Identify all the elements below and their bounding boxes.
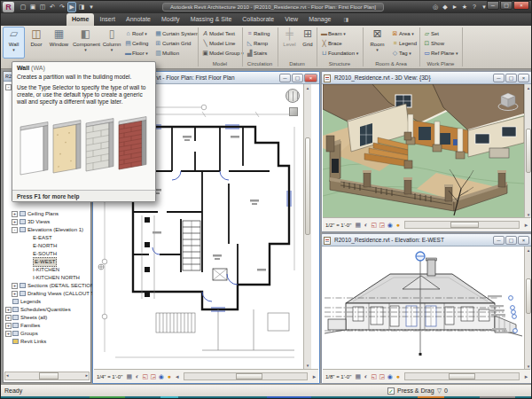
communication-icon[interactable]: ► xyxy=(450,2,459,12)
grid-button[interactable]: ⊞ Grid xyxy=(300,27,316,59)
railing-button[interactable]: ≡Railing xyxy=(246,28,270,38)
curtain-grid-button[interactable]: ⊞Curtain Grid xyxy=(154,38,191,48)
tab-insert[interactable]: Insert xyxy=(94,13,121,26)
panel-label-structure[interactable]: Structure xyxy=(317,59,363,68)
scroll-thumb[interactable] xyxy=(526,278,531,314)
room-button[interactable]: ⊠ Room ▾ xyxy=(366,27,388,59)
scroll-right-icon[interactable]: ▸ xyxy=(85,372,88,378)
ref-plane-button[interactable]: ▭Ref Plane ▾ xyxy=(423,48,458,58)
area-button[interactable]: ⊠Area ▾ xyxy=(391,28,414,38)
graphics-style-icon[interactable]: ▦ xyxy=(354,222,362,229)
qat-dropdown-icon[interactable]: ▾ xyxy=(87,2,96,12)
tab-annotate[interactable]: Annotate xyxy=(121,13,156,26)
tree-item-schedules[interactable]: +Schedules/Quantities xyxy=(4,306,90,314)
open-icon[interactable]: ▣ xyxy=(28,2,37,12)
crop-region-icon[interactable]: ◲ xyxy=(149,373,157,380)
navigation-cube-icon[interactable] xyxy=(289,107,298,116)
shadows-icon[interactable]: ◐ xyxy=(362,222,370,228)
scroll-right-icon[interactable]: ▸ xyxy=(522,222,530,229)
press-drag-checkbox[interactable]: ✓ xyxy=(387,387,395,395)
crop-view-icon[interactable]: ◱ xyxy=(370,222,378,229)
scroll-up-icon[interactable]: ▴ xyxy=(525,84,532,91)
mullion-button[interactable]: ▥Mullion xyxy=(154,48,179,58)
scroll-thumb[interactable] xyxy=(236,373,262,379)
elevation-vertical-scrollbar[interactable]: ▴ ▾ xyxy=(524,246,532,370)
scroll-thumb[interactable] xyxy=(305,137,310,235)
crop-region-icon[interactable]: ◲ xyxy=(378,222,386,229)
temporary-hide-icon[interactable]: ◉ xyxy=(386,222,394,229)
curtain-system-button[interactable]: ▦Curtain System xyxy=(154,28,199,38)
level-button[interactable]: ╪ Level xyxy=(281,27,298,59)
column-button[interactable]: ▯ Column ▾ xyxy=(101,27,122,59)
tag-button[interactable]: ◇Tag ▾ xyxy=(391,48,411,58)
floor-plan-vertical-scrollbar[interactable]: ▴ ▾ xyxy=(303,84,311,369)
child-restore-button[interactable]: ▢ xyxy=(292,74,303,82)
set-button[interactable]: ▱Set xyxy=(423,28,439,38)
viewbar-more-icon[interactable]: ◂ xyxy=(173,373,181,380)
beam-button[interactable]: ▬Beam ▾ xyxy=(320,28,346,38)
tree-item-groups[interactable]: +Groups xyxy=(4,330,90,338)
filter-icon[interactable]: ▽ xyxy=(437,387,442,395)
title-bar[interactable]: R ▢ ▣ ◫ ↶ ↷ ▶ ◨ ▾ Autodesk Revit Archite… xyxy=(1,1,531,13)
scale-control[interactable]: 1/2" = 1'-0" xyxy=(323,223,354,228)
tree-item-families[interactable]: +Families xyxy=(4,322,90,330)
redo-icon[interactable]: ↷ xyxy=(58,2,66,12)
child-close-button[interactable]: × xyxy=(518,74,529,82)
model-text-button[interactable]: AModel Text xyxy=(201,28,235,38)
ribbon-state-icon[interactable]: ◨ xyxy=(336,13,348,26)
child-minimize-button[interactable]: ─ xyxy=(493,236,505,245)
shadows-icon[interactable]: ◐ xyxy=(133,373,141,379)
scroll-right-icon[interactable]: ▸ xyxy=(310,373,318,380)
child-restore-button[interactable]: ▢ xyxy=(505,74,517,82)
tree-item-drafting-views[interactable]: +Drafting Views (CALLOUT TYP. xyxy=(4,290,90,298)
scroll-thumb[interactable] xyxy=(526,129,531,173)
show-button[interactable]: ⊡Show xyxy=(423,38,444,48)
crop-view-icon[interactable]: ◱ xyxy=(370,373,378,380)
graphics-style-icon[interactable]: ▦ xyxy=(354,373,362,380)
scroll-down-icon[interactable]: ▾ xyxy=(304,362,311,369)
scroll-right-icon[interactable]: ▸ xyxy=(522,373,530,380)
graphics-style-icon[interactable]: ▦ xyxy=(125,373,133,380)
help-icon[interactable]: ? xyxy=(470,2,479,12)
tab-collaborate[interactable]: Collaborate xyxy=(237,13,279,26)
tree-item-legends[interactable]: Legends xyxy=(4,298,90,306)
save-icon[interactable]: ◫ xyxy=(38,2,47,12)
tree-item-sheets[interactable]: +Sheets (all) xyxy=(4,314,90,322)
scroll-thumb[interactable] xyxy=(449,373,476,379)
3d-view-vertical-scrollbar[interactable]: ▴ ▾ xyxy=(524,84,532,218)
3d-view-horizontal-scrollbar[interactable] xyxy=(404,221,520,229)
tree-item-elevations[interactable]: -Elevations (Elevation 1) xyxy=(4,226,90,234)
favorites-icon[interactable]: ★ xyxy=(460,2,469,12)
pointer-tool-icon[interactable]: ▶ xyxy=(67,2,76,12)
scale-control[interactable]: 1/8" = 1'-0" xyxy=(323,374,354,379)
stairs-button[interactable]: ▟Stairs xyxy=(246,48,267,58)
tree-item-sections[interactable]: +Sections (DETAIL SECTION) xyxy=(4,282,90,290)
new-icon[interactable]: ▢ xyxy=(19,2,27,12)
reveal-hidden-icon[interactable]: ● xyxy=(394,373,402,379)
tree-item-e-east[interactable]: E-EAST xyxy=(4,234,90,242)
viewcube-icon[interactable] xyxy=(497,90,520,113)
undo-icon[interactable]: ↶ xyxy=(48,2,57,12)
model-line-button[interactable]: ╲Model Line xyxy=(201,38,235,48)
tree-root-expand[interactable]: - xyxy=(5,84,12,90)
crop-region-icon[interactable]: ◲ xyxy=(378,373,386,380)
model-group-button[interactable]: ▣Model Group ▾ xyxy=(201,48,244,58)
scroll-thumb[interactable] xyxy=(450,222,479,228)
tab-massing-site[interactable]: Massing & Site xyxy=(185,13,238,26)
scroll-up-icon[interactable]: ▴ xyxy=(525,246,532,254)
crop-view-icon[interactable]: ◱ xyxy=(141,373,149,380)
modify-icon[interactable]: ◨ xyxy=(77,2,86,12)
tab-home[interactable]: Home xyxy=(66,13,94,26)
shadows-icon[interactable]: ◐ xyxy=(362,373,370,379)
search-icon[interactable]: ◎ xyxy=(431,2,440,12)
reveal-hidden-icon[interactable]: ● xyxy=(165,373,173,379)
temporary-hide-icon[interactable]: ◉ xyxy=(386,373,394,380)
tree-item-e-north[interactable]: E-NORTH xyxy=(4,242,90,250)
floor-plan-horizontal-scrollbar[interactable] xyxy=(184,372,308,380)
door-button[interactable]: ◫ Door xyxy=(27,27,46,59)
child-restore-button[interactable]: ▢ xyxy=(505,236,517,245)
tree-item-revit-links[interactable]: Revit Links xyxy=(4,338,90,346)
ceiling-button[interactable]: ▤Ceiling xyxy=(124,38,148,48)
minimize-button[interactable]: ─ xyxy=(487,1,499,10)
tree-item-e-west[interactable]: E-WEST xyxy=(4,258,90,266)
